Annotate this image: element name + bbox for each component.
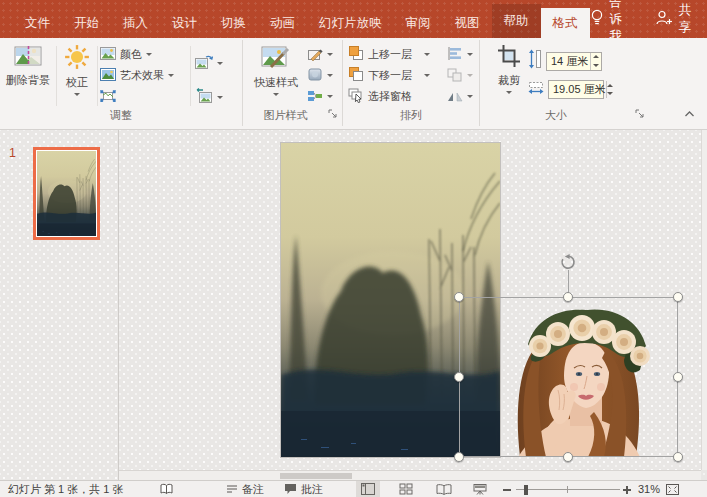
color-picture-icon [100,47,116,62]
normal-view-button[interactable] [356,481,380,497]
crop-label: 裁剪 [498,73,520,88]
picture-layout-icon [307,89,323,105]
horizontal-scrollbar[interactable] [119,470,701,480]
corrections-button[interactable]: 校正 [58,44,96,96]
color-button[interactable]: 颜色 [100,44,174,65]
ribbon: 删除背景 校正 颜色 艺术效果 [0,38,707,130]
tab-transitions[interactable]: 切换 [209,8,258,38]
send-backward-icon [348,67,364,84]
zoom-in-icon[interactable] [626,486,628,494]
tab-help[interactable]: 帮助 [492,4,541,38]
zoom-level[interactable]: 31% [638,483,660,495]
tab-design[interactable]: 设计 [160,8,209,38]
lightbulb-icon [590,9,604,29]
powerpoint-window: 文件 开始 插入 设计 切换 动画 幻灯片放映 审阅 视图 帮助 格式 告诉我 [0,0,707,497]
compress-pictures-button[interactable] [100,86,174,107]
picture-effects-button[interactable] [307,65,333,86]
fit-to-window-button[interactable] [666,481,679,497]
shape-height-value: 14 厘米 [547,54,590,69]
width-spin-down-button[interactable] [607,90,613,99]
comments-button[interactable]: 批注 [284,481,323,497]
vertical-scrollbar[interactable] [701,130,707,470]
dropdown-arrow-icon [217,96,223,99]
group-label-arrange: 排列 [343,108,479,123]
rotate-button[interactable] [447,86,473,107]
height-field-row: 14 厘米 [528,49,604,73]
width-spinner [606,81,613,98]
zoom-slider-thumb[interactable] [524,485,528,495]
tab-file[interactable]: 文件 [13,8,62,38]
notes-button[interactable]: 备注 [226,481,264,497]
bring-forward-button[interactable]: 上移一层 [348,44,430,65]
height-spinner [590,53,601,70]
resize-handle-top-center[interactable] [563,292,573,302]
shape-width-input[interactable]: 19.05 厘米 [548,80,604,99]
spin-down-icon [593,64,599,67]
tab-view[interactable]: 视图 [443,8,492,38]
artistic-effects-label: 艺术效果 [120,68,164,83]
picture-styles-dialog-launcher[interactable] [328,104,337,122]
zoom-out-icon[interactable] [503,489,511,491]
dropdown-arrow-icon [467,74,473,77]
group-objects-icon [447,68,463,84]
tab-format[interactable]: 格式 [541,8,590,38]
resize-handle-top-left[interactable] [454,292,464,302]
remove-background-button[interactable]: 删除背景 [4,44,52,88]
tab-insert[interactable]: 插入 [111,8,160,38]
tab-home[interactable]: 开始 [62,8,111,38]
slide-thumbnail[interactable] [33,147,100,240]
zoom-slider-tick [567,486,568,493]
picture-border-button[interactable] [307,44,333,65]
share-person-icon [656,10,673,28]
shape-height-input[interactable]: 14 厘米 [546,52,602,71]
group-label-picture-styles: 图片样式 [243,108,328,123]
slide-number: 1 [9,146,16,160]
bring-forward-icon [348,46,364,63]
change-picture-button[interactable] [195,48,223,78]
resize-handle-middle-left[interactable] [454,372,464,382]
dropdown-arrow-icon [424,74,430,77]
height-spin-down-button[interactable] [591,61,601,70]
group-objects-button[interactable] [447,65,473,86]
separator [190,46,191,106]
selection-pane-button[interactable]: 选择窗格 [348,86,430,107]
resize-handle-top-right[interactable] [673,292,683,302]
slide-info[interactable]: 幻灯片 第 1 张，共 1 张 [8,481,124,497]
tab-review[interactable]: 审阅 [394,8,443,38]
resize-handle-middle-right[interactable] [673,372,683,382]
rotation-handle[interactable] [560,254,576,274]
tab-slideshow[interactable]: 幻灯片放映 [307,8,394,38]
zoom-slider-track[interactable] [516,489,620,490]
tab-animations[interactable]: 动画 [258,8,307,38]
resize-handle-bottom-center[interactable] [563,452,573,462]
collapse-ribbon-button[interactable] [684,103,695,121]
artistic-effects-button[interactable]: 艺术效果 [100,65,174,86]
resize-handle-bottom-left[interactable] [454,452,464,462]
share-button[interactable]: 共享 [656,2,692,36]
horizontal-scrollbar-thumb[interactable] [280,473,352,479]
resize-handle-bottom-right[interactable] [673,452,683,462]
quick-styles-button[interactable]: 快速样式 [248,44,304,96]
send-backward-button[interactable]: 下移一层 [348,65,430,86]
align-button[interactable] [447,44,473,65]
group-label-adjust: 调整 [0,108,242,123]
crop-icon [497,44,521,70]
width-field-row: 19.05 厘米 [528,80,604,99]
reading-view-button[interactable] [432,481,456,497]
crop-button[interactable]: 裁剪 [492,44,526,94]
dropdown-arrow-icon [506,91,512,94]
width-spin-up-button[interactable] [607,81,613,90]
slideshow-view-button[interactable] [468,481,492,497]
reading-view-icon [436,484,452,495]
spellcheck-button[interactable] [160,481,173,497]
group-arrange: 上移一层 下移一层 选择窗格 [343,40,480,126]
group-size: 裁剪 14 厘米 19.05 [480,40,672,126]
menu-bar: 文件 开始 插入 设计 切换 动画 幻灯片放映 审阅 视图 帮助 格式 告诉我 [0,0,707,38]
dropdown-arrow-icon [327,95,333,98]
slideshow-icon [473,483,487,495]
size-dialog-launcher[interactable] [635,104,644,122]
height-spin-up-button[interactable] [591,53,601,62]
slide-thumbnail-image [37,151,96,236]
slide-sorter-button[interactable] [394,481,418,497]
selection-pane-label: 选择窗格 [368,89,412,104]
